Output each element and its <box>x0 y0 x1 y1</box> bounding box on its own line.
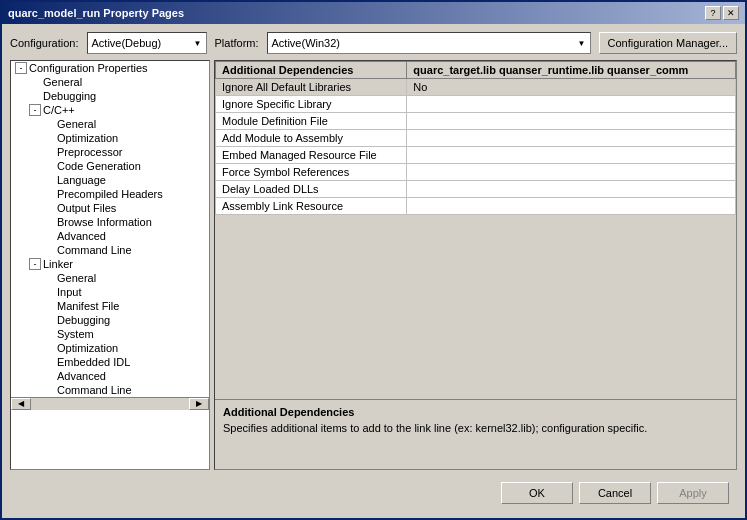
tree-item-cpp-general[interactable]: General <box>11 117 209 131</box>
prop-value <box>407 198 736 215</box>
scroll-left-btn[interactable]: ◀ <box>11 398 31 410</box>
tree-label-linker-advanced: Advanced <box>57 370 106 382</box>
prop-value <box>407 113 736 130</box>
tree-label-cpp-language: Language <box>57 174 106 186</box>
ok-button[interactable]: OK <box>501 482 573 504</box>
tree-label-linker-input: Input <box>57 286 81 298</box>
config-row: Configuration: Active(Debug) ▼ Platform:… <box>10 32 737 54</box>
config-value: Active(Debug) <box>92 37 162 49</box>
prop-value <box>407 164 736 181</box>
tree-label-cpp-optimization: Optimization <box>57 132 118 144</box>
close-button[interactable]: ✕ <box>723 6 739 20</box>
tree-label-general: General <box>43 76 82 88</box>
tree-label-linker-embedded: Embedded IDL <box>57 356 130 368</box>
cancel-button[interactable]: Cancel <box>579 482 651 504</box>
props-panel: Additional Dependencies quarc_target.lib… <box>214 60 737 470</box>
tree-label-cpp-codegen: Code Generation <box>57 160 141 172</box>
platform-label: Platform: <box>215 37 259 49</box>
tree-label-cpp-browse: Browse Information <box>57 216 152 228</box>
tree-item-cpp-cmdline[interactable]: Command Line <box>11 243 209 257</box>
tree-item-linker-debugging[interactable]: Debugging <box>11 313 209 327</box>
tree-container: -Configuration PropertiesGeneralDebuggin… <box>11 61 209 397</box>
table-row[interactable]: Ignore Specific Library <box>216 96 736 113</box>
tree-item-linker[interactable]: -Linker <box>11 257 209 271</box>
desc-title: Additional Dependencies <box>223 406 728 418</box>
tree-label-cpp: C/C++ <box>43 104 75 116</box>
tree-item-config-props[interactable]: -Configuration Properties <box>11 61 209 75</box>
prop-value <box>407 130 736 147</box>
table-row[interactable]: Module Definition File <box>216 113 736 130</box>
prop-name: Force Symbol References <box>216 164 407 181</box>
tree-item-cpp-output[interactable]: Output Files <box>11 201 209 215</box>
tree-item-linker-system[interactable]: System <box>11 327 209 341</box>
tree-item-linker-cmdline[interactable]: Command Line <box>11 383 209 397</box>
tree-item-debugging[interactable]: Debugging <box>11 89 209 103</box>
prop-name: Embed Managed Resource File <box>216 147 407 164</box>
expand-icon-cpp[interactable]: - <box>29 104 41 116</box>
prop-name: Ignore All Default Libraries <box>216 79 407 96</box>
config-dropdown[interactable]: Active(Debug) ▼ <box>87 32 207 54</box>
table-row[interactable]: Add Module to Assembly <box>216 130 736 147</box>
prop-value: No <box>407 79 736 96</box>
tree-label-linker-cmdline: Command Line <box>57 384 132 396</box>
content-area: Configuration: Active(Debug) ▼ Platform:… <box>2 24 745 518</box>
prop-name: Module Definition File <box>216 113 407 130</box>
tree-item-linker-input[interactable]: Input <box>11 285 209 299</box>
tree-item-linker-advanced[interactable]: Advanced <box>11 369 209 383</box>
tree-item-general[interactable]: General <box>11 75 209 89</box>
table-row[interactable]: Force Symbol References <box>216 164 736 181</box>
main-panel: -Configuration PropertiesGeneralDebuggin… <box>10 60 737 470</box>
tree-scrollbar-h[interactable]: ◀ ▶ <box>11 397 209 409</box>
config-manager-button[interactable]: Configuration Manager... <box>599 32 737 54</box>
platform-value: Active(Win32) <box>272 37 340 49</box>
platform-dropdown[interactable]: Active(Win32) ▼ <box>267 32 591 54</box>
prop-name: Assembly Link Resource <box>216 198 407 215</box>
table-row[interactable]: Delay Loaded DLLs <box>216 181 736 198</box>
tree-item-cpp[interactable]: -C/C++ <box>11 103 209 117</box>
tree-item-linker-optimization[interactable]: Optimization <box>11 341 209 355</box>
tree-label-linker: Linker <box>43 258 73 270</box>
tree-item-cpp-language[interactable]: Language <box>11 173 209 187</box>
expand-icon-linker[interactable]: - <box>29 258 41 270</box>
apply-button[interactable]: Apply <box>657 482 729 504</box>
tree-label-cpp-precompiled: Precompiled Headers <box>57 188 163 200</box>
prop-value <box>407 96 736 113</box>
tree-label-config-props: Configuration Properties <box>29 62 148 74</box>
scroll-track <box>31 398 189 410</box>
tree-item-linker-manifest[interactable]: Manifest File <box>11 299 209 313</box>
prop-name: Delay Loaded DLLs <box>216 181 407 198</box>
prop-name: Add Module to Assembly <box>216 130 407 147</box>
tree-label-debugging: Debugging <box>43 90 96 102</box>
tree-item-linker-embedded[interactable]: Embedded IDL <box>11 355 209 369</box>
help-button[interactable]: ? <box>705 6 721 20</box>
value-col-header: quarc_target.lib quanser_runtime.lib qua… <box>407 62 736 79</box>
tree-label-linker-optimization: Optimization <box>57 342 118 354</box>
tree-item-cpp-preprocessor[interactable]: Preprocessor <box>11 145 209 159</box>
config-label: Configuration: <box>10 37 79 49</box>
tree-panel: -Configuration PropertiesGeneralDebuggin… <box>10 60 210 470</box>
tree-label-cpp-output: Output Files <box>57 202 116 214</box>
table-row[interactable]: Embed Managed Resource File <box>216 147 736 164</box>
tree-label-linker-debugging: Debugging <box>57 314 110 326</box>
tree-item-cpp-advanced[interactable]: Advanced <box>11 229 209 243</box>
tree-label-cpp-general: General <box>57 118 96 130</box>
table-row[interactable]: Assembly Link Resource <box>216 198 736 215</box>
expand-icon-config-props[interactable]: - <box>15 62 27 74</box>
table-row[interactable]: Ignore All Default LibrariesNo <box>216 79 736 96</box>
tree-label-cpp-advanced: Advanced <box>57 230 106 242</box>
tree-item-cpp-optimization[interactable]: Optimization <box>11 131 209 145</box>
platform-arrow-icon: ▼ <box>578 39 586 48</box>
props-table: Additional Dependencies quarc_target.lib… <box>215 61 736 399</box>
window-title: quarc_model_run Property Pages <box>8 7 184 19</box>
tree-item-cpp-codegen[interactable]: Code Generation <box>11 159 209 173</box>
button-bar: OK Cancel Apply <box>10 476 737 510</box>
prop-name: Ignore Specific Library <box>216 96 407 113</box>
tree-item-cpp-precompiled[interactable]: Precompiled Headers <box>11 187 209 201</box>
scroll-right-btn[interactable]: ▶ <box>189 398 209 410</box>
config-arrow-icon: ▼ <box>194 39 202 48</box>
title-bar: quarc_model_run Property Pages ? ✕ <box>2 2 745 24</box>
tree-item-cpp-browse[interactable]: Browse Information <box>11 215 209 229</box>
tree-item-linker-general[interactable]: General <box>11 271 209 285</box>
tree-label-linker-general: General <box>57 272 96 284</box>
properties-table: Additional Dependencies quarc_target.lib… <box>215 61 736 215</box>
